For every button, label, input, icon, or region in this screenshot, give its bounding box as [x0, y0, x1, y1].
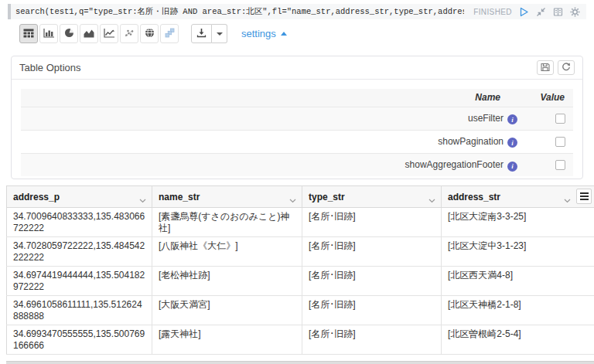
- globe-icon: [145, 27, 155, 41]
- result-grid: address_p name_str type_str address_str: [6, 185, 594, 355]
- table-bottom-scrollbar[interactable]: [6, 361, 594, 364]
- chevron-down-icon[interactable]: [564, 195, 571, 206]
- output-icon[interactable]: [553, 7, 563, 17]
- cell-type-str: [名所･旧跡]: [302, 208, 442, 237]
- cell-address-p: 34.6993470555555,135.500769166666: [7, 325, 152, 355]
- bar-chart-icon: [43, 27, 54, 41]
- cell-type-str: [名所･旧跡]: [302, 237, 442, 267]
- download-icon: [196, 27, 207, 41]
- table-options-panel: Table Options Name Value useFilter: [11, 56, 583, 179]
- view-button-globe-map[interactable]: [140, 24, 159, 43]
- paragraph-query-bar[interactable]: search(test1,q="type_str:名所・旧跡 AND area_…: [8, 4, 586, 19]
- table-row: 34.7009640833333,135.483066722222 [素盞烏尊(…: [7, 208, 594, 237]
- info-icon[interactable]: [507, 162, 517, 172]
- download-menu-button[interactable]: [212, 24, 227, 43]
- column-header-address-str[interactable]: address_str: [442, 186, 594, 208]
- table-options-header: Table Options: [12, 56, 582, 80]
- cell-name-str: [露天神社]: [152, 325, 302, 355]
- table-menu-button[interactable]: [576, 189, 592, 204]
- cell-type-str: [名所･旧跡]: [302, 325, 442, 355]
- cell-type-str: [名所･旧跡]: [302, 267, 442, 296]
- chevron-down-icon[interactable]: [289, 195, 296, 206]
- cell-address-p: 34.6961058611111,135.512624888888: [7, 296, 152, 325]
- caret-down-icon: [217, 32, 223, 36]
- caret-up-icon: [281, 32, 287, 36]
- download-split-button: [191, 24, 227, 43]
- view-button-line-chart[interactable]: [100, 24, 118, 43]
- cell-address-p: 34.7028059722222,135.484542222222: [7, 237, 152, 267]
- paragraph-controls: FINISHED: [464, 7, 586, 17]
- settings-label: settings: [241, 28, 276, 39]
- result-header-row: address_p name_str type_str address_str: [7, 186, 594, 208]
- cell-type-str: [名所･旧跡]: [302, 296, 442, 325]
- view-button-pie-chart[interactable]: [60, 24, 78, 43]
- cell-address-str: [北区大淀中3-1-23]: [442, 237, 594, 267]
- option-checkbox-showaggregationfooter[interactable]: [555, 160, 565, 170]
- gear-icon[interactable]: [570, 7, 580, 17]
- option-checkbox-usefilter[interactable]: [555, 114, 565, 124]
- column-header-address-p[interactable]: address_p: [7, 186, 152, 208]
- cell-address-str: [北区西天満4-8]: [442, 267, 594, 296]
- view-button-table[interactable]: [19, 24, 38, 43]
- column-header-name-str[interactable]: name_str: [152, 186, 302, 208]
- info-icon[interactable]: [507, 138, 517, 148]
- table-row: 34.6993470555555,135.500769166666 [露天神社]…: [7, 325, 594, 355]
- view-button-scatter-chart[interactable]: [120, 24, 138, 43]
- chevron-down-icon[interactable]: [428, 195, 435, 206]
- cell-address-str: [北区天神橋2-1-8]: [442, 296, 594, 325]
- options-table: Name Value useFilter showPagination show…: [21, 89, 573, 176]
- pie-chart-icon: [64, 27, 74, 41]
- column-header-type-str[interactable]: type_str: [302, 186, 442, 208]
- option-name: useFilter: [468, 113, 504, 124]
- panel-title: Table Options: [19, 62, 533, 73]
- display-toolbar: settings: [19, 24, 591, 43]
- table-icon: [23, 27, 34, 41]
- cell-address-str: [北区曽根崎2-5-4]: [442, 325, 594, 355]
- download-button[interactable]: [191, 24, 212, 43]
- option-name: showAggregationFooter: [405, 159, 504, 170]
- chevron-down-icon[interactable]: [139, 195, 146, 206]
- query-text[interactable]: search(test1,q="type_str:名所・旧跡 AND area_…: [11, 6, 464, 17]
- reset-options-button[interactable]: [558, 60, 575, 75]
- cell-name-str: [八阪神社《大仁》]: [152, 237, 302, 267]
- reset-icon: [562, 61, 571, 75]
- status-badge: FINISHED: [473, 8, 512, 16]
- view-button-map-layers[interactable]: [160, 24, 179, 43]
- cell-address-p: 34.6974419444444,135.504182972222: [7, 267, 152, 296]
- cell-address-p: 34.7009640833333,135.483066722222: [7, 208, 152, 237]
- compress-icon[interactable]: [536, 7, 546, 17]
- play-icon[interactable]: [519, 7, 529, 17]
- option-row-showpagination: showPagination: [21, 130, 573, 153]
- option-checkbox-showpagination[interactable]: [555, 137, 565, 147]
- view-button-bar-chart[interactable]: [39, 24, 58, 43]
- option-row-usefilter: useFilter: [21, 107, 573, 130]
- table-row: 34.6961058611111,135.512624888888 [大阪天満宮…: [7, 296, 594, 325]
- option-name: showPagination: [438, 136, 504, 147]
- cell-name-str: [老松神社跡]: [152, 267, 302, 296]
- result-table: address_p name_str type_str address_str: [6, 185, 594, 364]
- save-options-button[interactable]: [537, 60, 554, 75]
- map-layers-icon: [165, 27, 175, 41]
- info-icon[interactable]: [507, 114, 517, 124]
- line-chart-icon: [104, 27, 114, 41]
- options-col-name: Name: [21, 89, 524, 107]
- cell-name-str: [素盞烏尊(すさのおのみこと)神社]: [152, 208, 302, 237]
- table-row: 34.6974419444444,135.504182972222 [老松神社跡…: [7, 267, 594, 296]
- cell-name-str: [大阪天満宮]: [152, 296, 302, 325]
- table-options-body: Name Value useFilter showPagination show…: [12, 80, 582, 176]
- scatter-chart-icon: [124, 27, 135, 41]
- area-chart-icon: [84, 27, 94, 41]
- table-row: 34.7028059722222,135.484542222222 [八阪神社《…: [7, 237, 594, 267]
- options-header-row: Name Value: [21, 89, 573, 107]
- save-icon: [541, 61, 550, 75]
- cell-address-str: [北区大淀南3-3-25]: [442, 208, 594, 237]
- options-col-value: Value: [524, 89, 573, 107]
- option-row-showaggregationfooter: showAggregationFooter: [21, 153, 573, 176]
- view-button-area-chart[interactable]: [80, 24, 98, 43]
- settings-toggle[interactable]: settings: [241, 28, 287, 39]
